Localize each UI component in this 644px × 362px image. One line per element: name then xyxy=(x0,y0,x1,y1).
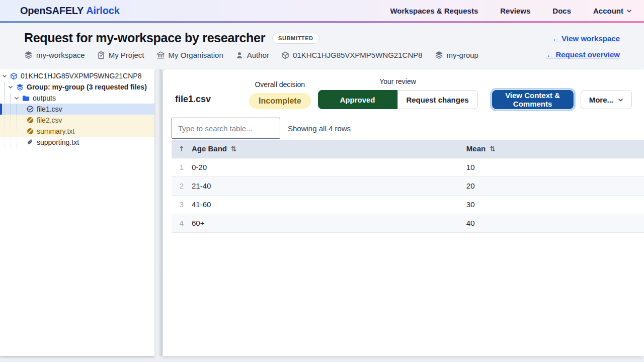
navbar: OpenSAFELYAirlock Workspaces & Requests … xyxy=(0,0,644,23)
mean-cell: 40 xyxy=(466,214,644,232)
tree-file-supporting[interactable]: supporting.txt xyxy=(0,137,154,148)
nav-account-label: Account xyxy=(593,7,623,15)
data-table: ↑ Age Band⇅ Mean⇅ 1 0-20 10 2 21-40 20 3 xyxy=(172,140,644,233)
tree-node-outputs-folder[interactable]: outputs xyxy=(0,93,154,104)
clipboard-icon xyxy=(97,51,105,59)
row-index-cell: 4 xyxy=(172,214,192,232)
approved-button[interactable]: Approved xyxy=(318,90,397,109)
logo-airlock: Airlock xyxy=(86,5,119,16)
nav-items: Workspaces & Requests Reviews Docs Accou… xyxy=(390,7,632,15)
building-icon xyxy=(156,51,165,59)
paperclip-icon xyxy=(27,139,34,146)
mean-cell: 30 xyxy=(466,195,644,214)
sidebar-resizer[interactable] xyxy=(154,69,163,356)
chevron-down-icon xyxy=(626,8,632,14)
meta-project-label: My Project xyxy=(109,51,144,59)
sort-both-icon: ⇅ xyxy=(490,145,496,153)
tree-node-group[interactable]: Group: my-group (3 requested files) xyxy=(0,81,154,93)
column-label: Mean xyxy=(466,144,486,153)
tree-node-request-root[interactable]: 01KHC1HJG85VXPMP5WNG21CNP8 xyxy=(0,70,154,81)
layers-icon xyxy=(435,51,443,59)
file-tree: 01KHC1HJG85VXPMP5WNG21CNP8 Group: my-gro… xyxy=(0,70,154,148)
tree-file-label: summary.txt xyxy=(37,127,74,135)
mean-cell: 10 xyxy=(466,158,644,176)
tree-file-summary[interactable]: summary.txt xyxy=(0,126,154,137)
your-review-label: Your review xyxy=(379,77,416,85)
file-tree-sidebar: 01KHC1HJG85VXPMP5WNG21CNP8 Group: my-gro… xyxy=(0,69,154,356)
request-meta-row: my-workspace My Project My Organisation … xyxy=(24,51,478,59)
mean-cell: 20 xyxy=(466,176,644,195)
meta-organisation: My Organisation xyxy=(156,51,223,59)
logo-opensafely: OpenSAFELY xyxy=(20,5,84,16)
more-menu-button[interactable]: More... xyxy=(581,90,632,109)
overall-decision-label: Overall decision xyxy=(255,80,305,88)
tree-file-file1[interactable]: file1.csv xyxy=(0,104,154,115)
table-row: 4 60+ 40 xyxy=(172,214,644,232)
file-title: file1.csv xyxy=(175,94,211,105)
meta-request-id-label: 01KHC1HJG85VXPMP5WNG21CNP8 xyxy=(293,51,423,59)
review-segmented-control: Approved Request changes xyxy=(318,90,478,109)
half-circle-review-icon xyxy=(27,128,34,135)
page-title: Request for my-workspace by researcher xyxy=(24,31,265,45)
view-context-comments-button[interactable]: View Context & Comments xyxy=(492,90,574,109)
cube-icon xyxy=(281,51,289,59)
meta-organisation-label: My Organisation xyxy=(169,51,223,59)
meta-group: my-group xyxy=(435,51,478,59)
meta-request-id: 01KHC1HJG85VXPMP5WNG21CNP8 xyxy=(281,51,423,59)
tree-group-label: Group: my-group (3 requested files) xyxy=(27,83,147,91)
table-row: 3 41-60 30 xyxy=(172,195,644,214)
age-band-cell: 0-20 xyxy=(192,158,466,176)
column-header-mean[interactable]: Mean⇅ xyxy=(466,140,644,158)
chevron-down-icon xyxy=(14,96,19,101)
your-review-group: Your review Approved Request changes xyxy=(318,77,478,109)
overall-decision-badge: Incomplete xyxy=(249,93,310,109)
cube-icon xyxy=(10,72,18,80)
nav-reviews[interactable]: Reviews xyxy=(500,7,530,15)
table-header-row: ↑ Age Band⇅ Mean⇅ xyxy=(172,140,644,158)
tree-indent-guide xyxy=(4,82,5,148)
resizer-handle[interactable] xyxy=(158,69,162,356)
half-circle-review-icon xyxy=(27,117,34,124)
tree-file-file2[interactable]: file2.csv xyxy=(0,115,154,126)
page-header: Request for my-workspace by researcher S… xyxy=(0,23,644,69)
status-badge: SUBMITTED xyxy=(272,33,319,44)
nav-workspaces-requests[interactable]: Workspaces & Requests xyxy=(390,7,478,15)
meta-workspace: my-workspace xyxy=(24,51,85,59)
chevron-down-icon xyxy=(2,73,7,78)
nav-docs[interactable]: Docs xyxy=(552,7,571,15)
column-header-index[interactable]: ↑ xyxy=(172,140,192,158)
folder-icon xyxy=(22,95,30,102)
meta-workspace-label: my-workspace xyxy=(36,51,85,59)
table-row: 2 21-40 20 xyxy=(172,176,644,195)
request-overview-link[interactable]: ← Request overview xyxy=(546,50,620,59)
tree-file-label: file2.csv xyxy=(37,116,62,124)
sort-both-icon: ⇅ xyxy=(231,145,237,153)
nav-account-menu[interactable]: Account xyxy=(593,7,632,15)
user-icon xyxy=(235,51,244,59)
chevron-down-icon xyxy=(618,97,623,103)
age-band-cell: 60+ xyxy=(192,214,466,232)
tree-file-label: file1.csv xyxy=(37,105,62,113)
layers-icon xyxy=(16,83,24,91)
tree-indent-guide xyxy=(16,105,17,148)
search-input[interactable] xyxy=(172,118,280,139)
meta-project: My Project xyxy=(97,51,144,59)
request-changes-button[interactable]: Request changes xyxy=(397,90,478,109)
file-view-panel: file1.csv Overall decision Incomplete Yo… xyxy=(163,69,644,356)
column-header-age-band[interactable]: Age Band⇅ xyxy=(192,140,466,158)
meta-author-label: Author xyxy=(247,51,269,59)
tree-indent-guide xyxy=(10,94,11,148)
tree-file-label: supporting.txt xyxy=(37,138,79,146)
age-band-cell: 41-60 xyxy=(192,195,466,214)
app-logo[interactable]: OpenSAFELYAirlock xyxy=(20,5,120,17)
check-circle-icon xyxy=(27,106,34,113)
age-band-cell: 21-40 xyxy=(192,176,466,195)
meta-author: Author xyxy=(235,51,269,59)
more-button-label: More... xyxy=(589,96,613,104)
view-workspace-link[interactable]: ← View workspace xyxy=(552,34,620,43)
file-view-header: file1.csv Overall decision Incomplete Yo… xyxy=(163,69,644,118)
meta-group-label: my-group xyxy=(447,51,478,59)
tree-folder-label: outputs xyxy=(33,94,56,102)
chevron-down-icon xyxy=(8,84,13,89)
row-index-cell: 2 xyxy=(172,176,192,195)
